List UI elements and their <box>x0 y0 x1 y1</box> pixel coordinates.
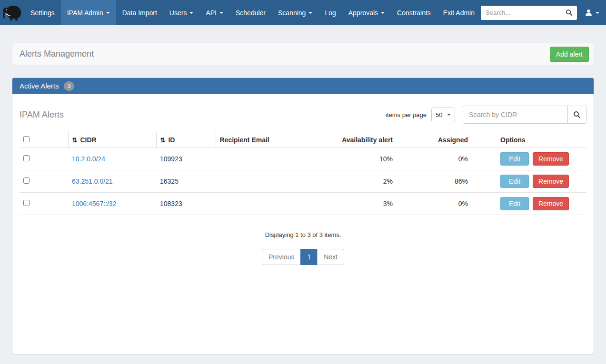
alerts-table: ⇅CIDR ⇅ID Recipient Email Availability a… <box>20 132 586 215</box>
column-header-availability: Availability alert <box>335 132 397 148</box>
assigned-cell: 0% <box>397 148 472 170</box>
nav-item-ipam-admin[interactable]: IPAM Admin <box>61 0 116 25</box>
main-menu: Settings IPAM Admin Data Import Users AP… <box>24 0 481 25</box>
row-checkbox[interactable] <box>23 177 30 184</box>
email-cell <box>216 170 335 193</box>
select-all-checkbox[interactable] <box>23 136 30 142</box>
availability-cell: 10% <box>335 148 397 170</box>
id-cell: 16325 <box>156 170 216 193</box>
items-per-page-value: 50 <box>436 111 442 118</box>
cidr-search-group <box>463 106 586 124</box>
display-info: Displaying 1 to 3 of 3 items. <box>20 231 586 238</box>
panel-heading: Active Alerts 3 <box>12 78 594 94</box>
navbar-search-input[interactable] <box>481 6 561 20</box>
column-header-email: Recipient Email <box>216 132 335 148</box>
availability-cell: 3% <box>335 193 397 215</box>
nav-item-api[interactable]: API <box>199 0 229 25</box>
user-menu[interactable] <box>585 9 599 17</box>
search-icon <box>573 111 581 118</box>
id-cell: 109923 <box>156 148 216 170</box>
user-icon <box>585 9 593 17</box>
nav-item-data-import[interactable]: Data Import <box>116 0 163 25</box>
nav-item-exit-admin[interactable]: Exit Admin <box>437 0 481 25</box>
search-icon <box>566 9 573 16</box>
panel-title: Active Alerts <box>20 82 59 90</box>
cidr-search-input[interactable] <box>463 106 568 124</box>
navbar: Settings IPAM Admin Data Import Users AP… <box>0 0 606 25</box>
nav-item-scanning[interactable]: Scanning <box>272 0 318 25</box>
pagination: Previous 1 Next <box>20 249 586 265</box>
table-header-row: ⇅CIDR ⇅ID Recipient Email Availability a… <box>20 132 586 148</box>
column-header-cidr[interactable]: ⇅CIDR <box>68 132 156 148</box>
table-row: 63.251.0.0/21 16325 2% 86% Edit Remove <box>20 170 586 193</box>
items-per-page-select[interactable]: 50 <box>431 108 455 122</box>
table-row: 10.2.0.0/24 109923 10% 0% Edit Remove <box>20 148 586 170</box>
toolbar-right: items per page 50 <box>386 106 586 124</box>
caret-down-icon <box>308 12 312 14</box>
items-per-page-label: items per page <box>386 111 427 118</box>
column-header-id[interactable]: ⇅ID <box>156 132 216 148</box>
caret-down-icon <box>219 12 223 14</box>
page-title: Alerts Management <box>20 49 94 59</box>
edit-button[interactable]: Edit <box>500 152 529 166</box>
navbar-right <box>481 0 606 25</box>
mammoth-icon <box>2 4 23 22</box>
caret-down-icon <box>447 114 451 116</box>
remove-button[interactable]: Remove <box>533 152 569 166</box>
nav-item-scheduler[interactable]: Scheduler <box>229 0 272 25</box>
assigned-cell: 86% <box>397 170 472 193</box>
sort-icon: ⇅ <box>72 137 78 144</box>
column-header-options: Options <box>472 132 586 148</box>
pagination-next[interactable]: Next <box>317 249 344 265</box>
nav-item-constraints[interactable]: Constraints <box>391 0 437 25</box>
edit-button[interactable]: Edit <box>500 197 529 210</box>
cidr-link[interactable]: 10.2.0.0/24 <box>72 155 105 163</box>
remove-button[interactable]: Remove <box>533 175 569 188</box>
row-checkbox[interactable] <box>23 155 30 161</box>
caret-down-icon <box>106 12 110 14</box>
id-cell: 108323 <box>156 193 216 215</box>
caret-down-icon <box>189 12 193 14</box>
table-toolbar: IPAM Alerts items per page 50 <box>20 106 586 124</box>
cidr-link[interactable]: 63.251.0.0/21 <box>72 177 113 185</box>
sort-icon: ⇅ <box>160 137 166 144</box>
table-row: 1006:4567::/32 108323 3% 0% Edit Remove <box>20 193 586 215</box>
caret-down-icon <box>596 12 599 14</box>
availability-cell: 2% <box>335 170 397 193</box>
column-header-assigned: Assigned <box>397 132 472 148</box>
mammoth-logo[interactable] <box>0 0 24 25</box>
remove-button[interactable]: Remove <box>533 197 569 210</box>
add-alert-button[interactable]: Add alert <box>550 47 589 62</box>
cidr-search-button[interactable] <box>568 106 586 124</box>
pagination-previous[interactable]: Previous <box>262 249 301 265</box>
pagination-page-1[interactable]: 1 <box>300 249 318 265</box>
nav-item-approvals[interactable]: Approvals <box>342 0 391 25</box>
active-alerts-panel: Active Alerts 3 IPAM Alerts items per pa… <box>12 78 594 354</box>
email-cell <box>216 148 335 170</box>
cidr-link[interactable]: 1006:4567::/32 <box>72 200 116 207</box>
navbar-search-button[interactable] <box>561 6 577 20</box>
nav-item-settings[interactable]: Settings <box>24 0 61 25</box>
nav-item-users[interactable]: Users <box>163 0 200 25</box>
table-heading: IPAM Alerts <box>20 110 64 120</box>
panel-body: IPAM Alerts items per page 50 <box>12 94 594 354</box>
row-checkbox[interactable] <box>23 200 30 206</box>
alert-count-badge: 3 <box>64 81 75 91</box>
assigned-cell: 0% <box>397 193 472 215</box>
email-cell <box>216 193 335 215</box>
edit-button[interactable]: Edit <box>500 175 529 188</box>
caret-down-icon <box>381 12 385 14</box>
nav-item-log[interactable]: Log <box>318 0 342 25</box>
page-header: Alerts Management Add alert <box>12 43 594 65</box>
